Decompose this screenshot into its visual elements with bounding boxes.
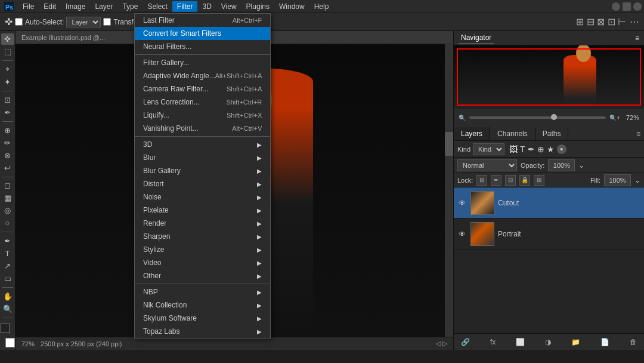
menu-render[interactable]: Render ▶ bbox=[135, 217, 270, 230]
opacity-input[interactable] bbox=[548, 159, 575, 171]
window-close[interactable] bbox=[633, 2, 642, 11]
kind-effect-icon[interactable]: ★ bbox=[547, 144, 555, 154]
tab-paths[interactable]: Paths bbox=[535, 127, 569, 140]
menu-file[interactable]: File bbox=[18, 1, 39, 12]
menu-edit[interactable]: Edit bbox=[39, 1, 61, 12]
kind-select[interactable]: Kind bbox=[473, 143, 504, 155]
menu-blur-gallery[interactable]: Blur Gallery ▶ bbox=[135, 164, 270, 177]
fx-btn[interactable]: fx bbox=[488, 337, 498, 347]
lock-position-btn[interactable]: ✒ bbox=[491, 175, 501, 186]
zoom-out-icon[interactable]: 🔍 bbox=[459, 115, 466, 121]
menu-nbp[interactable]: NBP ▶ bbox=[135, 285, 270, 299]
panel-menu-icon[interactable]: ≡ bbox=[635, 34, 639, 42]
tab-layers[interactable]: Layers bbox=[454, 127, 490, 140]
group-btn[interactable]: 📁 bbox=[569, 337, 583, 347]
lock-pixel-btn[interactable]: ⊞ bbox=[476, 175, 487, 186]
move-icon[interactable]: ✜ bbox=[5, 16, 13, 27]
move-tool[interactable]: ✜ bbox=[1, 33, 14, 45]
vertical-scrollbar[interactable] bbox=[445, 44, 453, 337]
menu-noise[interactable]: Noise ▶ bbox=[135, 190, 270, 204]
menu-help[interactable]: Help bbox=[309, 1, 334, 12]
text-tool[interactable]: T bbox=[1, 248, 14, 259]
fill-input[interactable] bbox=[604, 174, 631, 186]
layer-item-portrait[interactable]: 👁 Portrait bbox=[454, 219, 644, 250]
menu-nik[interactable]: Nik Collection ▶ bbox=[135, 299, 270, 312]
menu-select[interactable]: Select bbox=[143, 1, 172, 12]
menu-distort[interactable]: Distort ▶ bbox=[135, 177, 270, 190]
menu-window[interactable]: Window bbox=[274, 1, 309, 12]
lock-artboard-btn[interactable]: ⊟ bbox=[505, 175, 516, 186]
menu-3d[interactable]: 3D ▶ bbox=[135, 138, 270, 151]
adjustment-btn[interactable]: ◑ bbox=[543, 337, 553, 347]
auto-select-checkbox[interactable] bbox=[15, 18, 23, 26]
window-minimize[interactable] bbox=[612, 2, 620, 11]
menu-filter[interactable]: Filter bbox=[172, 1, 198, 12]
transform-checkbox[interactable] bbox=[103, 18, 111, 26]
menu-adaptive-wide[interactable]: Adaptive Wide Angle... Alt+Shift+Ctrl+A bbox=[135, 69, 270, 82]
layers-panel-menu[interactable]: ≡ bbox=[633, 130, 644, 138]
eyedropper-tool[interactable]: ✒ bbox=[1, 107, 14, 118]
pen-tool[interactable]: ✒ bbox=[1, 235, 14, 247]
menu-image[interactable]: Image bbox=[61, 1, 90, 12]
brush-tool[interactable]: ✏ bbox=[1, 137, 14, 149]
menu-sharpen[interactable]: Sharpen ▶ bbox=[135, 230, 270, 243]
hand-tool[interactable]: ✋ bbox=[1, 291, 14, 302]
layer-item-cutout[interactable]: 👁 Cutout bbox=[454, 187, 644, 219]
kind-path-icon[interactable]: ✒ bbox=[528, 144, 535, 154]
menu-other[interactable]: Other ▶ bbox=[135, 269, 270, 282]
menu-type[interactable]: Type bbox=[117, 1, 143, 12]
menu-filter-gallery[interactable]: Filter Gallery... bbox=[135, 56, 270, 69]
menu-vanishing-point[interactable]: Vanishing Point... Alt+Ctrl+V bbox=[135, 122, 270, 135]
foreground-color[interactable] bbox=[1, 324, 10, 333]
menu-liquify[interactable]: Liquify... Shift+Ctrl+X bbox=[135, 109, 270, 122]
tab-channels[interactable]: Channels bbox=[490, 127, 535, 140]
menu-video[interactable]: Video ▶ bbox=[135, 256, 270, 269]
kind-smart-icon[interactable]: ⊕ bbox=[537, 144, 544, 154]
blur-tool[interactable]: ◎ bbox=[1, 205, 14, 216]
shape-tool[interactable]: ▭ bbox=[1, 273, 14, 284]
menu-pixelate[interactable]: Pixelate ▶ bbox=[135, 204, 270, 217]
visibility-portrait[interactable]: 👁 bbox=[457, 229, 467, 239]
menu-blur[interactable]: Blur ▶ bbox=[135, 151, 270, 164]
gradient-tool[interactable]: ▦ bbox=[1, 192, 14, 204]
more-options-icon[interactable]: ⋯ bbox=[630, 16, 639, 27]
menu-view[interactable]: View bbox=[216, 1, 242, 12]
menu-topaz[interactable]: Topaz Labs ▶ bbox=[135, 325, 270, 338]
fill-arrow[interactable]: ⌄ bbox=[634, 176, 640, 184]
path-tool[interactable]: ↗ bbox=[1, 260, 14, 272]
new-layer-btn[interactable]: 📄 bbox=[598, 337, 612, 347]
menu-stylize[interactable]: Stylize ▶ bbox=[135, 243, 270, 256]
lock-vector-btn[interactable]: ⊞ bbox=[534, 175, 544, 186]
visibility-cutout[interactable]: 👁 bbox=[457, 198, 467, 208]
magic-wand-tool[interactable]: ✦ bbox=[1, 76, 14, 88]
menu-skylum[interactable]: Skylum Software ▶ bbox=[135, 312, 270, 325]
menu-layer[interactable]: Layer bbox=[90, 1, 117, 12]
history-brush-tool[interactable]: ↩ bbox=[1, 162, 14, 174]
link-layers-btn[interactable]: 🔗 bbox=[459, 337, 472, 347]
mask-btn[interactable]: ⬜ bbox=[513, 337, 527, 347]
kind-text-icon[interactable]: T bbox=[520, 144, 525, 154]
lasso-tool[interactable]: ⌖ bbox=[1, 64, 14, 75]
menu-plugins[interactable]: Plugins bbox=[242, 1, 274, 12]
kind-more-icon[interactable]: • bbox=[557, 144, 566, 154]
menu-convert-smart[interactable]: Convert for Smart Filters bbox=[135, 27, 270, 40]
eraser-tool[interactable]: ◻ bbox=[1, 180, 14, 191]
crop-tool[interactable]: ⊡ bbox=[1, 94, 14, 106]
window-maximize[interactable] bbox=[623, 2, 631, 11]
blend-mode-select[interactable]: Normal bbox=[457, 159, 517, 171]
menu-lens-correction[interactable]: Lens Correction... Shift+Ctrl+R bbox=[135, 96, 270, 109]
heal-tool[interactable]: ⊕ bbox=[1, 125, 14, 136]
kind-pixel-icon[interactable]: 🖼 bbox=[509, 144, 518, 154]
zoom-slider[interactable] bbox=[469, 116, 606, 119]
navigator-tab[interactable]: Navigator bbox=[459, 32, 494, 44]
opacity-arrow[interactable]: ⌄ bbox=[578, 161, 584, 170]
background-color[interactable] bbox=[5, 338, 15, 347]
layer-select[interactable]: Layer bbox=[66, 17, 101, 27]
menu-last-filter[interactable]: Last Filter Alt+Ctrl+F bbox=[135, 14, 270, 27]
dodge-tool[interactable]: ○ bbox=[1, 217, 14, 229]
zoom-in-icon[interactable]: 🔍+ bbox=[609, 115, 620, 121]
menu-3d[interactable]: 3D bbox=[197, 1, 216, 12]
select-tool[interactable]: ⬚ bbox=[1, 46, 14, 57]
delete-layer-btn[interactable]: 🗑 bbox=[627, 337, 639, 347]
menu-neural-filters[interactable]: Neural Filters... bbox=[135, 40, 270, 53]
